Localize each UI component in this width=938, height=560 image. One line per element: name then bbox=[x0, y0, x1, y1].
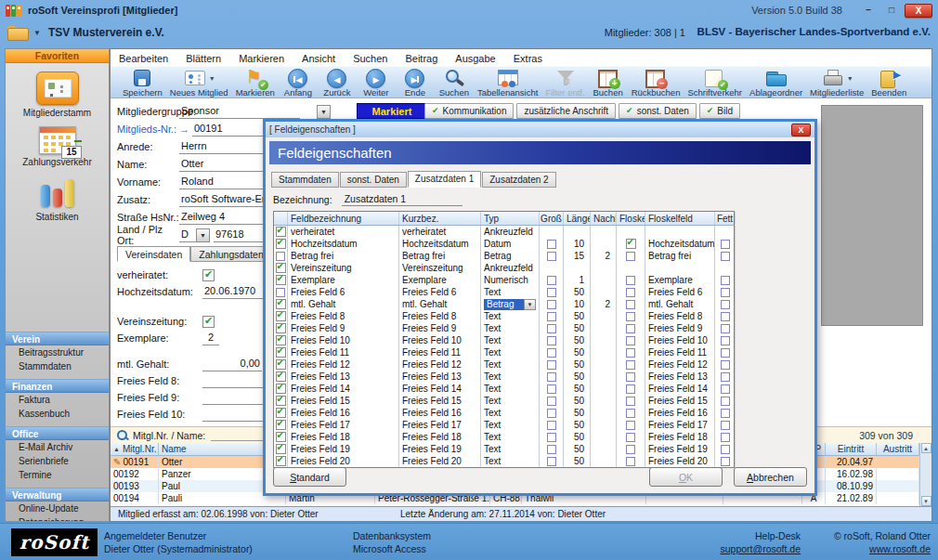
table-row-freies-feld-19[interactable]: ✔Freies Feld 19Freies Feld 19Text50Freie… bbox=[274, 443, 734, 455]
sidebar-item-online-update[interactable]: Online-Update bbox=[6, 501, 109, 515]
table-row-hochzeitsdatum[interactable]: ✔HochzeitsdatumHochzeitsdatumDatum10✔Hoc… bbox=[274, 238, 734, 250]
maximize-button[interactable]: □ bbox=[881, 4, 902, 18]
table-row-freies-feld-9[interactable]: ✔Freies Feld 9Freies Feld 9Text50Freies … bbox=[274, 322, 734, 334]
toolbar-anfang[interactable]: Anfang bbox=[280, 68, 317, 98]
checkbox-unchecked[interactable] bbox=[547, 397, 556, 406]
checkbox-unchecked[interactable] bbox=[547, 336, 556, 345]
toolbar-speichern[interactable]: Speichern bbox=[120, 68, 165, 98]
field-mitgliedergruppe[interactable]: Sponsor bbox=[179, 104, 300, 119]
checkbox-unchecked[interactable] bbox=[626, 360, 635, 370]
checkbox-unchecked[interactable] bbox=[626, 397, 635, 406]
checkbox-unchecked[interactable] bbox=[721, 312, 730, 321]
toolbar-beenden[interactable]: Beenden bbox=[868, 68, 909, 98]
helpdesk-link[interactable]: support@rosoft.de bbox=[720, 542, 801, 555]
table-row-freies-feld-8[interactable]: ✔Freies Feld 8Freies Feld 8Text50Freies … bbox=[274, 310, 734, 322]
checkbox-unchecked[interactable] bbox=[626, 252, 635, 261]
table-row-freies-feld-11[interactable]: ✔Freies Feld 11Freies Feld 11Text50Freie… bbox=[274, 346, 734, 358]
checkbox-unchecked[interactable] bbox=[626, 409, 635, 418]
club-dropdown-icon[interactable]: ▼ bbox=[33, 29, 41, 37]
sidebar-item-datensicherung[interactable]: Datensicherung bbox=[6, 515, 109, 522]
checkbox-unchecked[interactable] bbox=[626, 312, 635, 321]
table-row-freies-feld-6[interactable]: Freies Feld 6Freies Feld 6Text50Freies F… bbox=[274, 286, 734, 298]
checkbox-unchecked[interactable] bbox=[721, 324, 730, 333]
checkbox-unchecked[interactable] bbox=[626, 457, 635, 466]
checkbox-unchecked[interactable] bbox=[547, 360, 556, 370]
table-scrollbar[interactable]: ▲ ▼ bbox=[919, 443, 931, 506]
menu-markieren[interactable]: Markieren bbox=[238, 53, 285, 64]
toolbar-rückbuchen[interactable]: Rückbuchen bbox=[629, 68, 684, 98]
table-row-freies-feld-18[interactable]: ✔Freies Feld 18Freies Feld 18Text50Freie… bbox=[274, 431, 734, 443]
checkbox-checked[interactable]: ✔ bbox=[626, 239, 636, 249]
toolbar-buchen[interactable]: Buchen bbox=[590, 68, 627, 98]
sidebar-item-e-mail-archiv[interactable]: E-Mail Archiv bbox=[6, 440, 109, 454]
toolbar-markieren[interactable]: Markieren bbox=[233, 68, 278, 98]
field-exemplare[interactable]: 2 bbox=[202, 331, 219, 345]
sidebar-item-faktura[interactable]: Faktura bbox=[6, 393, 109, 407]
checkbox-checked[interactable]: ✔ bbox=[276, 275, 286, 285]
checkbox-unchecked[interactable] bbox=[626, 421, 635, 430]
checkbox-checked[interactable]: ✔ bbox=[276, 456, 286, 466]
sidebar-item-beitragsstruktur[interactable]: Beitragsstruktur bbox=[6, 345, 109, 359]
checkbox-unchecked[interactable] bbox=[547, 288, 556, 297]
checkbox-unchecked[interactable] bbox=[276, 288, 285, 297]
checkbox-unchecked[interactable] bbox=[721, 252, 730, 261]
field-mtl-gehalt[interactable]: 0,00 bbox=[202, 357, 262, 371]
table-row-freies-feld-14[interactable]: ✔Freies Feld 14Freies Feld 14Text50Freie… bbox=[274, 383, 734, 395]
checkbox-checked[interactable]: ✔ bbox=[276, 420, 286, 430]
toolbar-suchen[interactable]: Suchen bbox=[436, 68, 473, 98]
menu-blättern[interactable]: Blättern bbox=[185, 53, 222, 64]
checkbox-unchecked[interactable] bbox=[626, 348, 635, 358]
country-field[interactable]: D bbox=[179, 228, 196, 242]
tab-zusätzliche-anschrift[interactable]: zusätzliche Anschrift bbox=[516, 103, 616, 119]
dialog-tab-zusatzdaten-1[interactable]: Zusatzdaten 1 bbox=[408, 171, 481, 188]
table-row-mtl-gehalt[interactable]: ✔mtl. Gehaltmtl. GehaltBetrag▼102mtl. Ge… bbox=[274, 298, 734, 310]
ok-button[interactable]: OK bbox=[649, 467, 723, 487]
checkbox-unchecked[interactable] bbox=[626, 384, 635, 394]
table-row-freies-feld-16[interactable]: ✔Freies Feld 16Freies Feld 16Text50Freie… bbox=[274, 407, 734, 419]
checkbox-unchecked[interactable] bbox=[721, 457, 730, 466]
checkbox-unchecked[interactable] bbox=[547, 300, 556, 309]
sidebar-fav-statistiken[interactable]: Statistiken bbox=[6, 176, 109, 222]
checkbox-checked[interactable]: ✔ bbox=[276, 347, 286, 358]
checkbox-checked[interactable]: ✔ bbox=[276, 263, 286, 273]
checkbox-unchecked[interactable] bbox=[547, 252, 556, 261]
sidebar-item-termine[interactable]: Termine bbox=[6, 468, 109, 482]
dropdown-arrow-icon[interactable]: ▼ bbox=[847, 75, 853, 82]
close-button[interactable]: X bbox=[905, 4, 932, 18]
country-dropdown-icon[interactable]: ▼ bbox=[196, 228, 210, 242]
tab-zahlungsdaten-bankverbind[interactable]: Zahlungsdaten | Bankverbind bbox=[190, 246, 266, 262]
table-row-freies-feld-17[interactable]: ✔Freies Feld 17Freies Feld 17Text50Freie… bbox=[274, 419, 734, 431]
checkbox-unchecked[interactable] bbox=[547, 421, 556, 430]
checkbox-unchecked[interactable] bbox=[626, 372, 635, 382]
tab-kommunikation[interactable]: ✔Kommunikation bbox=[424, 103, 514, 119]
checkbox-checked[interactable]: ✔ bbox=[276, 432, 286, 442]
checkbox-checked[interactable]: ✔ bbox=[276, 384, 286, 394]
sidebar-item-serienbriefe[interactable]: Serienbriefe bbox=[6, 454, 109, 468]
toolbar-tabellenansicht[interactable]: Tabellenansicht bbox=[475, 68, 541, 98]
checkbox-unchecked[interactable] bbox=[721, 397, 730, 406]
checkbox-unchecked[interactable] bbox=[721, 240, 730, 249]
checkbox-unchecked[interactable] bbox=[721, 409, 730, 418]
table-row-freies-feld-20[interactable]: ✔Freies Feld 20Freies Feld 20Text50Freie… bbox=[274, 455, 734, 467]
checkbox-unchecked[interactable] bbox=[721, 360, 730, 370]
checkbox-unchecked[interactable] bbox=[547, 372, 556, 382]
checkbox-unchecked[interactable] bbox=[547, 384, 556, 394]
checkbox-unchecked[interactable] bbox=[721, 300, 730, 309]
checkbox-checked[interactable]: ✔ bbox=[276, 408, 286, 418]
checkbox-unchecked[interactable] bbox=[547, 445, 556, 454]
toolbar-ende[interactable]: Ende bbox=[397, 68, 434, 98]
toolbar-mitgliederliste[interactable]: ▼Mitgliederliste bbox=[807, 68, 866, 98]
tab-vereinsdaten[interactable]: Vereinsdaten bbox=[117, 246, 190, 262]
table-row-freies-feld-10[interactable]: ✔Freies Feld 10Freies Feld 10Text50Freie… bbox=[274, 334, 734, 346]
abbrechen-button[interactable]: Abbrechen bbox=[734, 467, 807, 487]
checkbox-unchecked[interactable] bbox=[547, 312, 556, 321]
checkbox-checked[interactable]: ✔ bbox=[276, 299, 286, 309]
checkbox-unchecked[interactable] bbox=[547, 348, 556, 358]
dialog-close-button[interactable]: X bbox=[791, 124, 811, 137]
table-row-exemplare[interactable]: ✔ExemplareExemplareNumerisch1Exemplare bbox=[274, 274, 734, 286]
sidebar-fav-mitgliederstamm[interactable]: Mitgliederstamm bbox=[6, 72, 109, 118]
bezeichnung-input[interactable]: Zusatzdaten 1 bbox=[342, 193, 462, 206]
table-row-freies-feld-15[interactable]: ✔Freies Feld 15Freies Feld 15Text50Freie… bbox=[274, 395, 734, 407]
sidebar-fav-zahlungsverkehr[interactable]: 15Zahlungsverkehr bbox=[6, 126, 109, 167]
checkbox-unchecked[interactable] bbox=[721, 384, 730, 394]
